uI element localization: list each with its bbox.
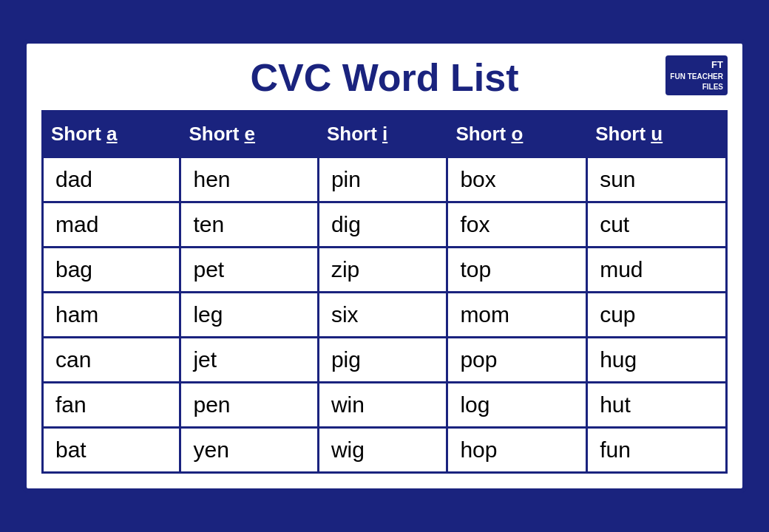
header-i: Short i bbox=[318, 112, 447, 157]
word-cell: wig bbox=[318, 428, 447, 473]
word-cell: bat bbox=[43, 428, 180, 473]
header-a: Short a bbox=[43, 112, 180, 157]
word-cell: leg bbox=[180, 293, 318, 338]
word-cell: jet bbox=[180, 338, 318, 383]
table-row: bagpetziptopmud bbox=[43, 248, 727, 293]
header-u: Short u bbox=[587, 112, 727, 157]
word-cell: box bbox=[447, 157, 587, 202]
word-cell: dig bbox=[318, 202, 447, 248]
word-cell: log bbox=[447, 383, 587, 428]
logo: FT FUN TEACHER FILES bbox=[665, 55, 728, 95]
table-row: hamlegsixmomcup bbox=[43, 293, 727, 338]
word-cell: mom bbox=[447, 293, 587, 338]
table-row: batyenwighopfun bbox=[43, 428, 727, 473]
logo-line2: FILES bbox=[670, 82, 723, 92]
card: CVC Word List FT FUN TEACHER FILES Short… bbox=[22, 39, 747, 493]
word-cell: six bbox=[318, 293, 447, 338]
word-cell: pen bbox=[180, 383, 318, 428]
word-cell: hen bbox=[180, 157, 318, 202]
word-cell: dad bbox=[43, 157, 180, 202]
word-cell: bag bbox=[43, 248, 180, 293]
word-cell: win bbox=[318, 383, 447, 428]
word-cell: cut bbox=[587, 202, 727, 248]
table-row: canjetpigpophug bbox=[43, 338, 727, 383]
word-cell: fun bbox=[587, 428, 727, 473]
word-cell: hop bbox=[447, 428, 587, 473]
word-cell: sun bbox=[587, 157, 727, 202]
word-cell: pet bbox=[180, 248, 318, 293]
word-cell: zip bbox=[318, 248, 447, 293]
header-e: Short e bbox=[180, 112, 318, 157]
word-cell: mad bbox=[43, 202, 180, 248]
word-cell: pop bbox=[447, 338, 587, 383]
word-cell: pig bbox=[318, 338, 447, 383]
table-header-row: Short a Short e Short i Short o Short u bbox=[43, 112, 727, 157]
word-cell: pin bbox=[318, 157, 447, 202]
logo-initials: FT bbox=[670, 58, 723, 72]
word-table: Short a Short e Short i Short o Short u … bbox=[41, 110, 728, 474]
word-cell: mud bbox=[587, 248, 727, 293]
word-cell: ten bbox=[180, 202, 318, 248]
logo-line1: FUN TEACHER bbox=[670, 72, 723, 82]
word-cell: yen bbox=[180, 428, 318, 473]
word-cell: fan bbox=[43, 383, 180, 428]
word-cell: can bbox=[43, 338, 180, 383]
title-row: CVC Word List FT FUN TEACHER FILES bbox=[41, 55, 728, 100]
table-row: fanpenwinloghut bbox=[43, 383, 727, 428]
word-cell: hut bbox=[587, 383, 727, 428]
word-cell: hug bbox=[587, 338, 727, 383]
header-o: Short o bbox=[447, 112, 587, 157]
table-row: madtendigfoxcut bbox=[43, 202, 727, 248]
word-cell: fox bbox=[447, 202, 587, 248]
table-row: dadhenpinboxsun bbox=[43, 157, 727, 202]
word-cell: top bbox=[447, 248, 587, 293]
page-title: CVC Word List bbox=[250, 55, 518, 100]
word-cell: cup bbox=[587, 293, 727, 338]
word-cell: ham bbox=[43, 293, 180, 338]
